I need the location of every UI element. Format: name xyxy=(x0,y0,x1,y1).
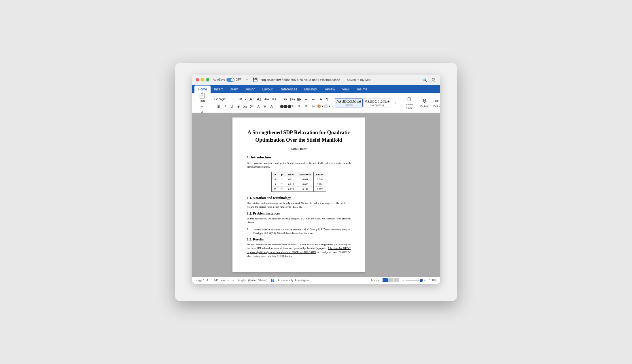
ribbon: Home Insert Draw Design Layout Reference… xyxy=(192,85,440,113)
minimize-button[interactable] xyxy=(201,78,204,81)
paragraph-group: ≡▾ 1≡▾ ⊞▾ ⇤ ⇥ ↕A ¶ ⬤⬤⬤ ≡ ≡ ≡ ↕▾ 🎨 xyxy=(281,94,332,111)
multilevel-list-button[interactable]: ⊞▾ xyxy=(296,96,302,103)
decrease-font-button[interactable]: A↓ xyxy=(256,96,262,102)
tab-mailings[interactable]: Mailings xyxy=(301,86,320,93)
change-case-button[interactable]: Aa▾ xyxy=(264,96,270,102)
sort-button[interactable]: ↕A xyxy=(317,96,323,103)
tab-tell-me[interactable]: Tell me xyxy=(353,86,371,93)
align-center-button[interactable]: ≡ xyxy=(289,103,296,109)
italic-button[interactable]: I xyxy=(222,103,228,110)
align-left-button[interactable]: ⬤⬤⬤ xyxy=(282,103,289,109)
close-button[interactable] xyxy=(196,78,199,81)
increase-font-button[interactable]: A↑ xyxy=(249,96,255,102)
zoom-plus[interactable]: + xyxy=(424,279,426,282)
styles-more-button[interactable]: › xyxy=(393,100,399,106)
align-justify-button[interactable]: ≡ xyxy=(303,103,309,109)
save-icon[interactable]: 💾 xyxy=(252,77,258,83)
borders-button[interactable]: ⬜▾ xyxy=(324,103,330,109)
paste-label: Paste xyxy=(199,99,205,102)
section-1-2-heading: 1.2. Problem instances xyxy=(247,211,351,216)
document-area: A Strengthened SDP Relaxation for Quadra… xyxy=(192,113,440,276)
col-kron: KRON xyxy=(314,172,326,177)
tab-draw[interactable]: Draw xyxy=(226,86,241,93)
font-color-button[interactable]: A xyxy=(255,103,262,110)
document-page[interactable]: A Strengthened SDP Relaxation for Quadra… xyxy=(232,117,365,272)
title-bar-right: 🔍 ⛓ xyxy=(421,77,436,83)
paste-icon: 📋 xyxy=(198,92,206,99)
font-selector-row: Georgia ▾ 28 ▾ A↑ A↓ Aa▾ ✕A xyxy=(213,96,277,102)
bold-button[interactable]: B xyxy=(215,103,222,110)
indent-decrease-button[interactable]: ⇤ xyxy=(303,96,309,103)
clear-format-button[interactable]: ✕A xyxy=(271,96,277,102)
autosave-toggle[interactable] xyxy=(226,78,234,82)
mac-wrapper: AutoSave OFF ⌂ 💾 ↩ ↪ ••• sdp-relaxation-… xyxy=(175,63,457,301)
tab-design[interactable]: Design xyxy=(241,86,259,93)
formatting-row: B I U S X₂ X² A H A xyxy=(215,103,275,110)
zoom-slider[interactable]: − + xyxy=(403,279,426,282)
document-title: A Strengthened SDP Relaxation for Quadra… xyxy=(247,129,351,143)
line-spacing-button[interactable]: ↕▾ xyxy=(310,103,316,109)
font-family-dropdown[interactable]: Georgia ▾ xyxy=(213,97,236,101)
section-1-heading: 1. Introduction xyxy=(247,155,351,160)
shading-button[interactable]: 🎨▾ xyxy=(317,103,323,109)
superscript-button[interactable]: X² xyxy=(249,103,255,110)
cut-button[interactable]: ✂ xyxy=(199,104,205,109)
zoom-level: 100% xyxy=(429,279,436,282)
focus-label[interactable]: Focus xyxy=(371,279,379,282)
styles-group: AaBbCcDdEe Normal AaBbCcDdEe No Spacing … xyxy=(333,95,440,111)
tab-review[interactable]: Review xyxy=(320,86,338,93)
autosave-label: AutoSave xyxy=(213,78,225,81)
subscript-button[interactable]: X₂ xyxy=(242,103,248,110)
paste-button[interactable]: 📋 Paste xyxy=(196,91,208,103)
tab-references[interactable]: References xyxy=(276,86,300,93)
col-diagsum: DIAGSUM xyxy=(297,172,314,177)
data-table: n p SHOR DIAGSUM KRON 6 2 0.011 0.031 xyxy=(271,172,326,192)
view-buttons xyxy=(383,278,399,282)
styles-pane-button[interactable]: 🗒 Styles Pane xyxy=(401,95,418,111)
maximize-button[interactable] xyxy=(206,78,209,81)
dictate-label: Dictate xyxy=(421,105,429,108)
view-btn-1[interactable] xyxy=(383,278,388,282)
dictate-icon: 🎙 xyxy=(422,98,427,104)
col-shor: SHOR xyxy=(285,172,297,177)
underline-button[interactable]: U xyxy=(229,103,235,110)
zoom-minus[interactable]: − xyxy=(403,279,404,282)
show-para-marks-button[interactable]: ¶ xyxy=(324,96,330,103)
section-1-1-body: Our notation and terminology are largely… xyxy=(247,201,351,209)
section-1-3-body: We first summarize the solution times in… xyxy=(247,243,351,258)
tab-insert[interactable]: Insert xyxy=(211,86,226,93)
font-group: Georgia ▾ 28 ▾ A↑ A↓ Aa▾ ✕A B xyxy=(211,94,279,111)
tab-view[interactable]: View xyxy=(338,86,353,93)
accessibility-label[interactable]: Accessibility: Investigate xyxy=(278,279,309,282)
dictate-button[interactable]: 🎙 Dictate xyxy=(419,97,430,109)
table-row: 9 2 0.015 0.066 2.284 xyxy=(272,182,326,187)
text-effect-button[interactable]: A xyxy=(268,103,275,110)
editor-button[interactable]: ✏ Editor xyxy=(431,97,440,109)
ribbon-content: 📋 Paste ✂ 🖌 Georgia ▾ xyxy=(192,93,440,113)
style-no-spacing[interactable]: AaBbCcDdEe No Spacing xyxy=(363,98,391,107)
indent-increase-button[interactable]: ⇥ xyxy=(310,96,316,103)
numbered-list-button[interactable]: 1≡▾ xyxy=(289,96,296,103)
slider-track[interactable] xyxy=(406,280,423,281)
title-bar-center: sdp-relaxation-4b884665-f965-4b0d-b534-f… xyxy=(261,78,371,81)
tab-layout[interactable]: Layout xyxy=(259,86,276,93)
sidebar-left xyxy=(192,113,232,276)
highlight-button[interactable]: H xyxy=(262,103,268,110)
view-btn-2[interactable] xyxy=(388,278,393,282)
section-1-body: Given positive integers n and p, the Sti… xyxy=(247,161,351,169)
clipboard-group: 📋 Paste ✂ 🖌 xyxy=(194,94,210,111)
traffic-lights xyxy=(196,78,209,81)
view-btn-3[interactable] xyxy=(394,278,399,282)
remote-icon[interactable]: ⛓ xyxy=(430,77,436,83)
style-normal[interactable]: AaBbCcDdEe Normal xyxy=(335,98,363,107)
align-right-button[interactable]: ≡ xyxy=(296,103,302,109)
home-icon[interactable]: ⌂ xyxy=(244,77,250,83)
strikethrough-button[interactable]: S xyxy=(235,103,242,110)
font-size-dropdown[interactable]: 28 ▾ xyxy=(237,97,247,101)
slider-thumb xyxy=(420,279,423,282)
search-icon[interactable]: 🔍 xyxy=(421,77,428,83)
list-item-1: 1 Our first class of instances is based … xyxy=(247,227,351,236)
document-author: Samuel Burer xyxy=(247,147,351,150)
bullets-button[interactable]: ≡▾ xyxy=(282,96,289,103)
list-number: 1 xyxy=(247,227,250,236)
